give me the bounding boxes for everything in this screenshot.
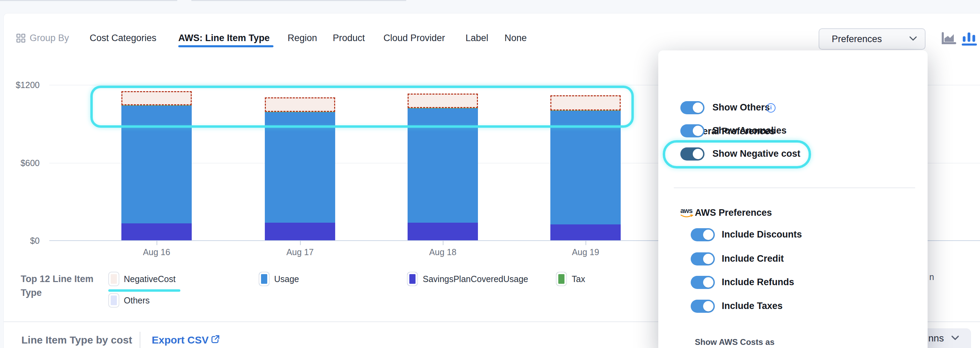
preferences-panel: General Preferences Show Others i Show A…	[658, 50, 928, 348]
show-anomalies-label: Show Anomalies	[713, 125, 787, 136]
tab-cloud-provider[interactable]: Cloud Provider	[383, 32, 445, 44]
cost-analysis-page: Group By Cost Categories AWS: Line Item …	[0, 0, 980, 348]
y-tick-label-600: $600	[7, 158, 40, 168]
chevron-down-icon	[909, 36, 917, 42]
panel-section-divider	[674, 187, 915, 188]
toggle-knob	[703, 277, 713, 287]
legend-label-negativecost[interactable]: NegativeCost	[124, 274, 175, 284]
show-others-label: Show Others	[713, 102, 770, 113]
include-credit-label: Include Credit	[722, 254, 784, 264]
x-tick-label: Aug 19	[547, 247, 624, 257]
bar-segment-savingsplancoveredusage[interactable]	[121, 223, 192, 240]
x-axis-tick	[300, 240, 301, 245]
group-by-grid-icon	[16, 34, 26, 43]
x-tick-label: Aug 18	[405, 247, 481, 257]
x-tick-label: Aug 17	[262, 247, 338, 257]
toggle-knob	[693, 126, 703, 136]
columns-button-label-fragment: nns	[928, 333, 944, 344]
bar-segment-usage[interactable]	[265, 112, 335, 222]
tab-cost-categories[interactable]: Cost Categories	[90, 32, 157, 44]
legend-label-usage[interactable]: Usage	[274, 274, 299, 284]
include-taxes-toggle[interactable]	[691, 300, 715, 313]
include-taxes-label: Include Taxes	[722, 301, 783, 311]
toggle-knob	[703, 230, 713, 240]
x-tick-label: Aug 16	[119, 247, 194, 257]
legend-label-others[interactable]: Others	[124, 295, 150, 305]
show-anomalies-toggle[interactable]	[680, 124, 705, 137]
bar-segment-savingsplancoveredusage[interactable]	[550, 224, 621, 241]
include-refunds-toggle[interactable]	[691, 276, 715, 289]
preferences-button-label: Preferences	[832, 34, 882, 45]
area-chart-type-icon[interactable]	[941, 32, 956, 45]
top-edge-strip-left	[0, 0, 177, 1]
toggle-knob	[703, 254, 713, 264]
include-credit-toggle[interactable]	[691, 252, 715, 265]
bar-segment-savingsplancoveredusage[interactable]	[407, 223, 478, 240]
include-discounts-toggle[interactable]	[691, 228, 715, 241]
y-tick-label-1200: $1200	[7, 80, 40, 90]
footer-section-title: Line Item Type by cost	[21, 334, 132, 346]
show-aws-costs-as-label: Show AWS Costs as	[695, 337, 775, 347]
tab-aws-line-item-type[interactable]: AWS: Line Item Type	[178, 32, 270, 44]
tab-label[interactable]: Label	[466, 32, 488, 44]
aws-preferences-title: AWS Preferences	[695, 208, 772, 218]
negative-cost-chart-highlight-box	[90, 86, 634, 128]
external-link-icon[interactable]	[210, 335, 220, 344]
toggle-knob	[693, 102, 703, 113]
chevron-down-icon	[951, 335, 959, 341]
preferences-dropdown-button[interactable]: Preferences	[819, 28, 926, 50]
legend-swatch-usage[interactable]	[259, 272, 270, 286]
top-edge-strip-right	[191, 0, 406, 1]
legend-swatch-negativecost[interactable]	[108, 272, 119, 286]
active-tab-underline	[178, 45, 274, 47]
bar-chart-type-icon[interactable]	[961, 32, 977, 46]
export-csv-link[interactable]: Export CSV	[152, 334, 208, 346]
y-tick-label-0: $0	[7, 235, 40, 246]
show-negative-cost-highlight-box	[663, 140, 811, 168]
x-axis-tick	[585, 240, 586, 245]
legend-group-title: Top 12 Line Item Type	[21, 272, 95, 300]
tab-none[interactable]: None	[504, 32, 527, 44]
bar-segment-savingsplancoveredusage[interactable]	[265, 223, 335, 240]
legend-swatch-savingsplancoveredusage[interactable]	[407, 272, 418, 286]
x-axis-tick	[443, 240, 444, 245]
tab-product[interactable]: Product	[333, 32, 365, 44]
legend-negativecost-cyan-underline	[108, 289, 180, 292]
show-others-toggle[interactable]	[680, 101, 705, 114]
tab-region[interactable]: Region	[288, 32, 317, 44]
legend-label-tax[interactable]: Tax	[572, 274, 585, 284]
toggle-knob	[703, 301, 713, 311]
legend-swatch-others[interactable]	[108, 293, 119, 308]
include-refunds-label: Include Refunds	[722, 277, 794, 287]
legend-label-savingsplancoveredusage[interactable]: SavingsPlanCoveredUsage	[423, 274, 528, 284]
x-axis-tick	[157, 240, 157, 245]
group-by-label: Group By	[30, 32, 69, 44]
footer-vertical-divider	[140, 332, 140, 348]
info-icon[interactable]: i	[766, 103, 776, 113]
include-discounts-label: Include Discounts	[722, 229, 802, 240]
aws-logo-icon: aws	[680, 208, 694, 218]
legend-clipped-fragment: n	[929, 272, 934, 282]
legend-swatch-tax[interactable]	[556, 272, 567, 286]
